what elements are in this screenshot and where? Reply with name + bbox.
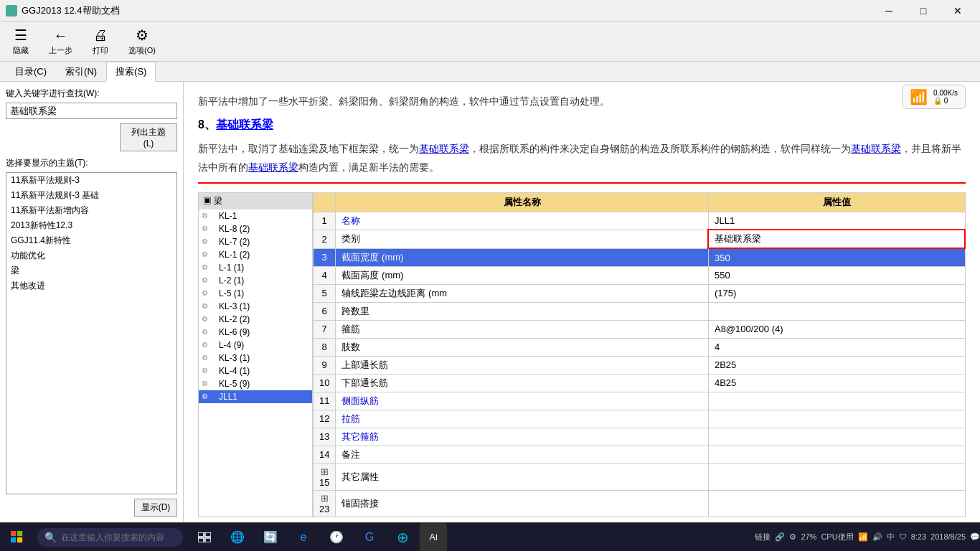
tree-item-l5[interactable]: ⚙L-5 (1) [199, 287, 312, 300]
theme-item[interactable]: 功能优化 [6, 248, 176, 263]
tree-item-kl1[interactable]: ⚙KL-1 [199, 209, 312, 222]
tree-item-kl1b[interactable]: ⚙KL-1 (2) [199, 248, 312, 261]
table-row: 6跨数里 [314, 302, 966, 320]
tree-collapse-icon[interactable]: ▣ [203, 196, 212, 206]
tree-item-kl2[interactable]: ⚙KL-2 (2) [199, 313, 312, 326]
theme-item[interactable]: 11系新平法规则-3 基础 [6, 188, 176, 203]
display-button[interactable]: 显示(D) [134, 499, 177, 517]
ie-button[interactable]: e [288, 523, 319, 552]
hide-button[interactable]: ☰ 隐藏 [9, 24, 33, 59]
table-row-num: 9 [314, 356, 336, 374]
options-icon: ⚙ [136, 27, 149, 44]
browser-button[interactable]: 🌐 [222, 523, 253, 552]
clock-button[interactable]: 🕐 [321, 523, 352, 552]
titlebar-controls: ─ □ ✕ [872, 0, 974, 22]
taskview-button[interactable] [189, 523, 220, 552]
body1-link2[interactable]: 基础联系梁 [851, 143, 901, 154]
body1-link1[interactable]: 基础联系梁 [419, 143, 469, 154]
table-row-name: 截面宽度 (mm) [336, 248, 709, 266]
svg-rect-4 [198, 532, 204, 537]
tree-item-kl5[interactable]: ⚙KL-5 (9) [199, 377, 312, 390]
plus-button[interactable]: ⊕ [387, 523, 418, 552]
table-row: 2类别基础联系梁 [314, 230, 966, 248]
table-row-value [708, 410, 965, 428]
theme-item[interactable]: 2013新特性12.3 [6, 218, 176, 233]
table-row-name: 其它属性 [336, 463, 709, 490]
theme-item[interactable]: 11系新平法新增内容 [6, 203, 176, 218]
maximize-button[interactable]: □ [907, 0, 940, 22]
table-row-value [708, 490, 965, 517]
theme-list: 11系新平法规则-3 11系新平法规则-3 基础 11系新平法新增内容 2013… [6, 172, 177, 494]
table-header-num [314, 192, 336, 212]
tree-item-l2[interactable]: ⚙L-2 (1) [199, 274, 312, 287]
taskbar-search-bar[interactable]: 🔍 [37, 528, 183, 547]
theme-item[interactable]: 梁 [6, 263, 176, 278]
body1-link3[interactable]: 基础联系梁 [248, 161, 298, 173]
options-button[interactable]: ⚙ 选项(O) [124, 24, 160, 59]
table-row-num: 7 [314, 320, 336, 338]
table-row: 4截面高度 (mm)550 [314, 266, 966, 284]
network-widget: 📶 0.00K/s 🔒 0 [902, 85, 966, 109]
minimize-button[interactable]: ─ [872, 0, 905, 22]
search-input[interactable] [6, 103, 177, 119]
right-content: 📶 0.00K/s 🔒 0 新平法中增加了一些水平折梁、斜梁阳角、斜梁阴角的构造… [184, 82, 980, 522]
svg-rect-3 [17, 537, 22, 542]
ime-label: 中 [887, 532, 895, 542]
tree-item-kl7[interactable]: ⚙KL-7 (2) [199, 235, 312, 248]
table-row-value: 4B25 [708, 374, 965, 392]
table-row-name: 轴线距梁左边线距离 (mm [336, 284, 709, 302]
table-row-name: 上部通长筋 [336, 356, 709, 374]
table-row-num: 6 [314, 302, 336, 320]
svg-rect-0 [11, 531, 16, 536]
toolbar: ☰ 隐藏 ← 上一步 🖨 打印 ⚙ 选项(O) [0, 22, 980, 62]
main-layout: 键入关键字进行查找(W): 列出主题(L) 选择要显示的主题(T): 11系新平… [0, 82, 980, 522]
print-button[interactable]: 🖨 打印 [88, 24, 113, 59]
tree-item-kl6[interactable]: ⚙KL-6 (9) [199, 326, 312, 339]
time-display: 8:23 [911, 532, 926, 542]
table-row: 14备注 [314, 446, 966, 463]
table-row-value [708, 428, 965, 446]
options-label: 选项(O) [128, 45, 156, 56]
table-row: 13其它箍筋 [314, 428, 966, 446]
content-table-wrapper: ▣ 梁 ⚙KL-1 ⚙KL-8 (2) ⚙KL-7 (2) ⚙KL-1 (2) … [198, 192, 966, 517]
start-button[interactable] [0, 523, 34, 552]
fan-button[interactable]: 🔄 [255, 523, 286, 552]
theme-item[interactable]: GGJ11.4新特性 [6, 233, 176, 248]
print-label: 打印 [93, 45, 108, 56]
tree-item-kl3b[interactable]: ⚙KL-3 (1) [199, 352, 312, 364]
theme-item[interactable]: 其他改进 [6, 278, 176, 293]
table-row: 8肢数4 [314, 338, 966, 356]
table-header-name: 属性名称 [336, 192, 709, 212]
section-link[interactable]: 基础联系梁 [216, 118, 273, 131]
expand-icon[interactable]: ⊞ [321, 466, 329, 477]
tree-item-l4[interactable]: ⚙L-4 (9) [199, 339, 312, 352]
ai-button[interactable]: Ai [420, 523, 447, 552]
svg-rect-5 [205, 532, 211, 537]
print-icon: 🖨 [93, 27, 108, 44]
table-row-name: 肢数 [336, 338, 709, 356]
tree-item-jll1[interactable]: ⚙JLL1 [199, 390, 312, 403]
wifi-icon: 📶 [910, 88, 928, 105]
section-number: 8、 [198, 118, 216, 131]
list-topics-button[interactable]: 列出主题(L) [120, 123, 177, 151]
table-row-value: (175) [708, 284, 965, 302]
table-row: ⊞ 23锚固搭接 [314, 490, 966, 517]
tab-search[interactable]: 搜索(S) [106, 62, 156, 82]
close-button[interactable]: ✕ [941, 0, 974, 22]
chain-icon: 🔗 [775, 532, 785, 542]
tree-item-kl4[interactable]: ⚙KL-4 (1) [199, 364, 312, 377]
taskbar-search-input[interactable] [61, 532, 176, 542]
tree-item-l1[interactable]: ⚙L-1 (1) [199, 261, 312, 274]
speaker-icon: 🔊 [872, 532, 882, 542]
body1-mid: ，根据所联系的构件来决定自身钢筋的构造及所联系构件的钢筋构造，软件同样统一为 [469, 143, 851, 154]
tab-contents[interactable]: 目录(C) [6, 62, 56, 82]
theme-item[interactable]: 11系新平法规则-3 [6, 173, 176, 188]
back-button[interactable]: ← 上一步 [44, 24, 77, 59]
tree-item-kl3a[interactable]: ⚙KL-3 (1) [199, 300, 312, 313]
table-row-value [708, 463, 965, 490]
tree-item-kl8[interactable]: ⚙KL-8 (2) [199, 222, 312, 235]
table-row-num: 10 [314, 374, 336, 392]
tab-index[interactable]: 索引(N) [56, 62, 106, 82]
g-button[interactable]: G [354, 523, 385, 552]
expand-icon[interactable]: ⊞ [321, 493, 329, 504]
